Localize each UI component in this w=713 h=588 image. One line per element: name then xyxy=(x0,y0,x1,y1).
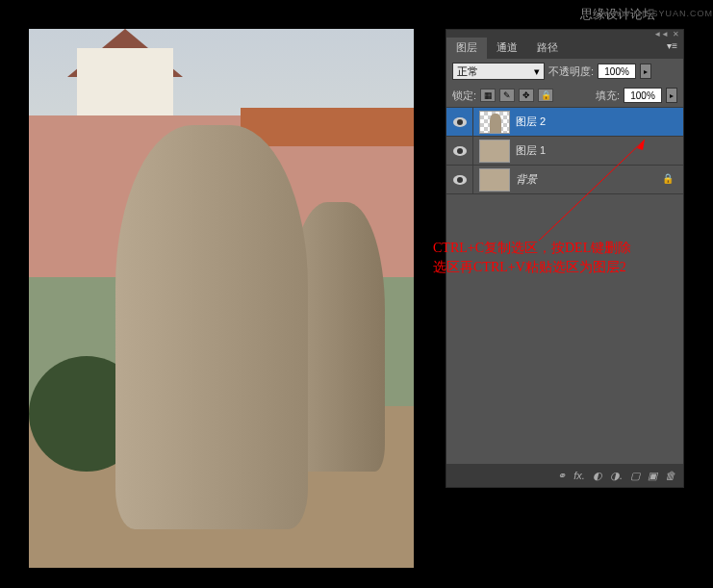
annotation-line2: 选区再CTRL+V粘贴选区为图层2 xyxy=(433,258,631,277)
annotation-text: CTRL+C复制选区，按DEL键删除 选区再CTRL+V粘贴选区为图层2 xyxy=(433,239,631,276)
layer-thumbnail[interactable] xyxy=(479,140,510,163)
layer-name[interactable]: 图层 1 xyxy=(516,143,683,158)
layer-row[interactable]: 图层 2 xyxy=(446,108,683,137)
blend-mode-value: 正常 xyxy=(457,64,478,79)
layer-name[interactable]: 图层 2 xyxy=(516,115,683,129)
tab-layers[interactable]: 图层 xyxy=(446,38,487,59)
lock-position-icon[interactable]: ✥ xyxy=(519,89,534,102)
lock-pixels-icon[interactable]: ✎ xyxy=(499,89,515,102)
link-layers-icon[interactable]: ⚭ xyxy=(557,470,566,482)
lock-all-icon[interactable]: 🔒 xyxy=(538,89,553,102)
visibility-toggle[interactable] xyxy=(446,166,473,193)
lock-label: 锁定: xyxy=(452,89,476,103)
layers-list: 图层 2 图层 1 背景 🔒 xyxy=(446,108,683,194)
panel-tabs: 图层 通道 路径 ▾≡ xyxy=(446,38,683,59)
layer-style-icon[interactable]: fx. xyxy=(573,470,585,481)
tab-channels[interactable]: 通道 xyxy=(487,38,527,59)
layer-mask-icon[interactable]: ◐ xyxy=(593,470,602,482)
image-house xyxy=(77,48,173,125)
lock-row: 锁定: ▦ ✎ ✥ 🔒 填充: 100% ▸ xyxy=(446,84,683,108)
eye-icon xyxy=(453,175,467,185)
new-group-icon[interactable]: ▢ xyxy=(630,470,640,482)
delete-layer-icon[interactable]: 🗑 xyxy=(665,470,675,481)
panel-footer: ⚭ fx. ◐ ◑. ▢ ▣ 🗑 xyxy=(446,464,683,487)
panel-empty-area xyxy=(446,194,683,464)
canvas-image[interactable] xyxy=(29,29,414,568)
chevron-down-icon: ▾ xyxy=(534,65,540,78)
tab-paths[interactable]: 路径 xyxy=(527,38,568,59)
adjustment-layer-icon[interactable]: ◑. xyxy=(610,470,623,482)
fill-label: 填充: xyxy=(596,89,620,103)
visibility-toggle[interactable] xyxy=(446,108,473,136)
layer-row[interactable]: 图层 1 xyxy=(446,137,683,166)
opacity-label: 不透明度: xyxy=(548,64,594,79)
fill-arrow-icon[interactable]: ▸ xyxy=(666,88,677,103)
eye-icon xyxy=(453,146,467,156)
fill-input[interactable]: 100% xyxy=(624,88,662,103)
eye-icon xyxy=(453,117,467,127)
visibility-toggle[interactable] xyxy=(446,137,473,165)
blend-mode-row: 正常 ▾ 不透明度: 100% ▸ xyxy=(446,59,683,84)
panel-top-bar: ◄◄ ✕ xyxy=(446,30,683,38)
opacity-input[interactable]: 100% xyxy=(598,64,636,79)
opacity-arrow-icon[interactable]: ▸ xyxy=(640,64,651,79)
watermark-url: WWW.MISSYUAN.COM xyxy=(603,9,713,18)
lock-icons-group: ▦ ✎ ✥ 🔒 xyxy=(480,89,553,102)
panel-menu-icon[interactable]: ▾≡ xyxy=(661,38,683,59)
layer-row[interactable]: 背景 🔒 xyxy=(446,166,683,194)
image-statue-front xyxy=(115,125,308,529)
annotation-line1: CTRL+C复制选区，按DEL键删除 xyxy=(433,239,631,258)
lock-icon: 🔒 xyxy=(662,173,675,187)
layer-name[interactable]: 背景 xyxy=(516,172,662,187)
lock-transparent-icon[interactable]: ▦ xyxy=(480,89,496,102)
blend-mode-select[interactable]: 正常 ▾ xyxy=(452,63,545,80)
new-layer-icon[interactable]: ▣ xyxy=(648,470,657,482)
layer-thumbnail[interactable] xyxy=(479,111,510,134)
layer-thumbnail[interactable] xyxy=(479,168,510,192)
image-tiles xyxy=(241,108,414,146)
